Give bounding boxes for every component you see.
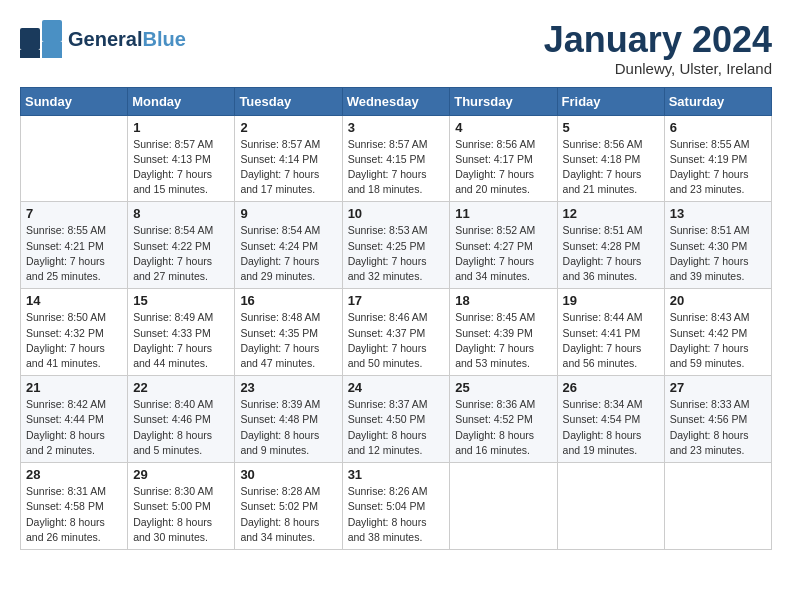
day-number: 29 xyxy=(133,467,229,482)
day-info: Sunrise: 8:45 AMSunset: 4:39 PMDaylight:… xyxy=(455,310,551,371)
day-number: 6 xyxy=(670,120,766,135)
day-info: Sunrise: 8:37 AMSunset: 4:50 PMDaylight:… xyxy=(348,397,445,458)
svg-rect-1 xyxy=(42,20,62,42)
day-info: Sunrise: 8:26 AMSunset: 5:04 PMDaylight:… xyxy=(348,484,445,545)
day-info: Sunrise: 8:56 AMSunset: 4:18 PMDaylight:… xyxy=(563,137,659,198)
day-number: 27 xyxy=(670,380,766,395)
svg-marker-3 xyxy=(20,50,40,58)
day-info: Sunrise: 8:51 AMSunset: 4:28 PMDaylight:… xyxy=(563,223,659,284)
day-number: 5 xyxy=(563,120,659,135)
title-block: January 2024 Dunlewy, Ulster, Ireland xyxy=(544,20,772,77)
day-info: Sunrise: 8:55 AMSunset: 4:21 PMDaylight:… xyxy=(26,223,122,284)
day-number: 23 xyxy=(240,380,336,395)
table-row: 17Sunrise: 8:46 AMSunset: 4:37 PMDayligh… xyxy=(342,289,450,376)
day-number: 25 xyxy=(455,380,551,395)
col-saturday: Saturday xyxy=(664,87,771,115)
day-info: Sunrise: 8:33 AMSunset: 4:56 PMDaylight:… xyxy=(670,397,766,458)
day-number: 31 xyxy=(348,467,445,482)
table-row: 18Sunrise: 8:45 AMSunset: 4:39 PMDayligh… xyxy=(450,289,557,376)
day-info: Sunrise: 8:50 AMSunset: 4:32 PMDaylight:… xyxy=(26,310,122,371)
calendar-week-row: 7Sunrise: 8:55 AMSunset: 4:21 PMDaylight… xyxy=(21,202,772,289)
day-number: 17 xyxy=(348,293,445,308)
col-sunday: Sunday xyxy=(21,87,128,115)
table-row: 15Sunrise: 8:49 AMSunset: 4:33 PMDayligh… xyxy=(128,289,235,376)
day-number: 9 xyxy=(240,206,336,221)
location: Dunlewy, Ulster, Ireland xyxy=(544,60,772,77)
day-number: 24 xyxy=(348,380,445,395)
day-number: 12 xyxy=(563,206,659,221)
col-tuesday: Tuesday xyxy=(235,87,342,115)
col-wednesday: Wednesday xyxy=(342,87,450,115)
table-row: 8Sunrise: 8:54 AMSunset: 4:22 PMDaylight… xyxy=(128,202,235,289)
day-info: Sunrise: 8:57 AMSunset: 4:13 PMDaylight:… xyxy=(133,137,229,198)
logo: GeneralBlue xyxy=(20,20,186,58)
table-row: 31Sunrise: 8:26 AMSunset: 5:04 PMDayligh… xyxy=(342,463,450,550)
day-number: 13 xyxy=(670,206,766,221)
day-info: Sunrise: 8:48 AMSunset: 4:35 PMDaylight:… xyxy=(240,310,336,371)
day-number: 28 xyxy=(26,467,122,482)
day-info: Sunrise: 8:31 AMSunset: 4:58 PMDaylight:… xyxy=(26,484,122,545)
table-row xyxy=(21,115,128,202)
table-row: 2Sunrise: 8:57 AMSunset: 4:14 PMDaylight… xyxy=(235,115,342,202)
table-row: 19Sunrise: 8:44 AMSunset: 4:41 PMDayligh… xyxy=(557,289,664,376)
logo-blue: Blue xyxy=(142,28,185,50)
day-info: Sunrise: 8:43 AMSunset: 4:42 PMDaylight:… xyxy=(670,310,766,371)
day-number: 7 xyxy=(26,206,122,221)
table-row: 23Sunrise: 8:39 AMSunset: 4:48 PMDayligh… xyxy=(235,376,342,463)
col-monday: Monday xyxy=(128,87,235,115)
day-number: 1 xyxy=(133,120,229,135)
logo-icon xyxy=(20,20,64,58)
day-number: 22 xyxy=(133,380,229,395)
table-row: 7Sunrise: 8:55 AMSunset: 4:21 PMDaylight… xyxy=(21,202,128,289)
day-info: Sunrise: 8:28 AMSunset: 5:02 PMDaylight:… xyxy=(240,484,336,545)
table-row: 11Sunrise: 8:52 AMSunset: 4:27 PMDayligh… xyxy=(450,202,557,289)
day-info: Sunrise: 8:54 AMSunset: 4:24 PMDaylight:… xyxy=(240,223,336,284)
day-number: 14 xyxy=(26,293,122,308)
day-number: 30 xyxy=(240,467,336,482)
day-number: 21 xyxy=(26,380,122,395)
svg-marker-2 xyxy=(42,42,62,58)
day-info: Sunrise: 8:56 AMSunset: 4:17 PMDaylight:… xyxy=(455,137,551,198)
day-number: 16 xyxy=(240,293,336,308)
day-info: Sunrise: 8:30 AMSunset: 5:00 PMDaylight:… xyxy=(133,484,229,545)
day-info: Sunrise: 8:54 AMSunset: 4:22 PMDaylight:… xyxy=(133,223,229,284)
table-row: 22Sunrise: 8:40 AMSunset: 4:46 PMDayligh… xyxy=(128,376,235,463)
day-number: 11 xyxy=(455,206,551,221)
day-number: 3 xyxy=(348,120,445,135)
day-number: 19 xyxy=(563,293,659,308)
day-info: Sunrise: 8:57 AMSunset: 4:14 PMDaylight:… xyxy=(240,137,336,198)
table-row: 21Sunrise: 8:42 AMSunset: 4:44 PMDayligh… xyxy=(21,376,128,463)
table-row: 14Sunrise: 8:50 AMSunset: 4:32 PMDayligh… xyxy=(21,289,128,376)
day-info: Sunrise: 8:40 AMSunset: 4:46 PMDaylight:… xyxy=(133,397,229,458)
col-friday: Friday xyxy=(557,87,664,115)
table-row: 4Sunrise: 8:56 AMSunset: 4:17 PMDaylight… xyxy=(450,115,557,202)
day-number: 26 xyxy=(563,380,659,395)
table-row: 9Sunrise: 8:54 AMSunset: 4:24 PMDaylight… xyxy=(235,202,342,289)
calendar-table: Sunday Monday Tuesday Wednesday Thursday… xyxy=(20,87,772,550)
day-info: Sunrise: 8:44 AMSunset: 4:41 PMDaylight:… xyxy=(563,310,659,371)
day-info: Sunrise: 8:53 AMSunset: 4:25 PMDaylight:… xyxy=(348,223,445,284)
table-row: 5Sunrise: 8:56 AMSunset: 4:18 PMDaylight… xyxy=(557,115,664,202)
calendar-week-row: 14Sunrise: 8:50 AMSunset: 4:32 PMDayligh… xyxy=(21,289,772,376)
day-number: 10 xyxy=(348,206,445,221)
day-number: 8 xyxy=(133,206,229,221)
calendar-week-row: 1Sunrise: 8:57 AMSunset: 4:13 PMDaylight… xyxy=(21,115,772,202)
table-row: 25Sunrise: 8:36 AMSunset: 4:52 PMDayligh… xyxy=(450,376,557,463)
table-row: 27Sunrise: 8:33 AMSunset: 4:56 PMDayligh… xyxy=(664,376,771,463)
calendar-week-row: 28Sunrise: 8:31 AMSunset: 4:58 PMDayligh… xyxy=(21,463,772,550)
day-number: 18 xyxy=(455,293,551,308)
svg-rect-0 xyxy=(20,28,40,50)
day-number: 15 xyxy=(133,293,229,308)
calendar-week-row: 21Sunrise: 8:42 AMSunset: 4:44 PMDayligh… xyxy=(21,376,772,463)
day-info: Sunrise: 8:51 AMSunset: 4:30 PMDaylight:… xyxy=(670,223,766,284)
table-row: 30Sunrise: 8:28 AMSunset: 5:02 PMDayligh… xyxy=(235,463,342,550)
col-thursday: Thursday xyxy=(450,87,557,115)
table-row: 24Sunrise: 8:37 AMSunset: 4:50 PMDayligh… xyxy=(342,376,450,463)
table-row: 3Sunrise: 8:57 AMSunset: 4:15 PMDaylight… xyxy=(342,115,450,202)
day-info: Sunrise: 8:42 AMSunset: 4:44 PMDaylight:… xyxy=(26,397,122,458)
day-info: Sunrise: 8:55 AMSunset: 4:19 PMDaylight:… xyxy=(670,137,766,198)
day-number: 2 xyxy=(240,120,336,135)
table-row: 1Sunrise: 8:57 AMSunset: 4:13 PMDaylight… xyxy=(128,115,235,202)
table-row: 16Sunrise: 8:48 AMSunset: 4:35 PMDayligh… xyxy=(235,289,342,376)
day-info: Sunrise: 8:46 AMSunset: 4:37 PMDaylight:… xyxy=(348,310,445,371)
